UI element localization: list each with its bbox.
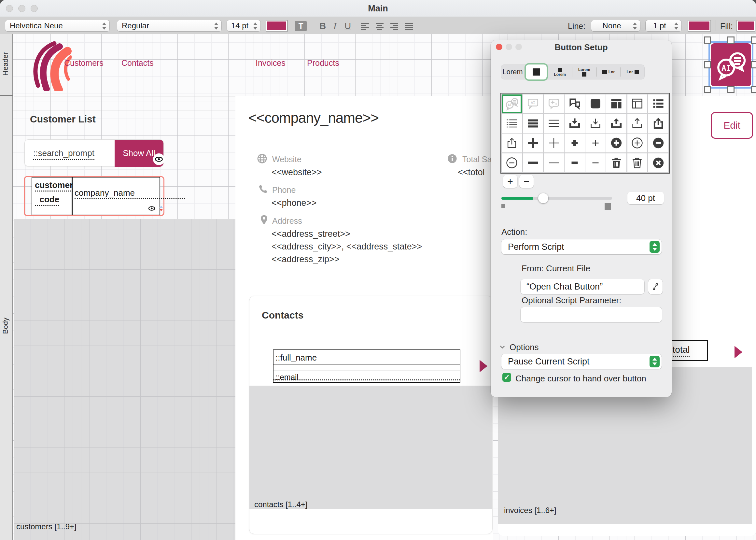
resize-handle-ne[interactable]: [751, 37, 756, 44]
font-family-select[interactable]: Helvetica Neue: [5, 20, 110, 32]
email-row[interactable]: ::email: [273, 372, 460, 382]
layout-canvas[interactable]: Header Body Customers Contacts Invoices …: [0, 34, 756, 540]
nav-products[interactable]: Products: [307, 58, 339, 68]
add-icon-button[interactable]: +: [503, 175, 517, 188]
minus-circle-filled-icon[interactable]: [648, 134, 668, 152]
upload-outline-icon[interactable]: [627, 114, 648, 133]
underline-button[interactable]: U: [345, 21, 351, 31]
total-sales-value[interactable]: <<totol: [458, 167, 485, 178]
customers-portal-rows[interactable]: [14, 219, 235, 540]
button-style-segment-icon-only[interactable]: [524, 65, 548, 79]
chat-bubbles-icon[interactable]: [565, 94, 585, 113]
address-zip-value[interactable]: <<address_zip>>: [271, 254, 340, 264]
script-name-field[interactable]: “Open Chat Button”: [521, 279, 644, 294]
minus-thin-icon[interactable]: [544, 153, 564, 172]
contacts-portal-row[interactable]: ::full_name ::email: [273, 349, 460, 383]
plus-thin-icon[interactable]: [544, 134, 564, 152]
plus-bold-icon[interactable]: [523, 134, 543, 152]
button-style-segment-label-above-icon[interactable]: Lorem: [572, 65, 596, 79]
address-street-value[interactable]: <<address_street>>: [271, 229, 350, 239]
pause-option-select[interactable]: Pause Current Script: [501, 354, 662, 369]
bars-thick-icon[interactable]: [523, 114, 543, 133]
align-right-icon[interactable]: [389, 21, 399, 30]
plus-circle-filled-icon[interactable]: [606, 134, 626, 152]
line-color-swatch[interactable]: [688, 20, 711, 32]
list-bullets-icon[interactable]: [648, 94, 668, 113]
open-chat-button[interactable]: AI: [711, 43, 751, 86]
edit-button[interactable]: Edit: [711, 112, 753, 139]
nav-customers[interactable]: Customers: [64, 58, 104, 68]
full-name-row[interactable]: ::full_name: [273, 350, 460, 364]
resize-handle-n[interactable]: [727, 37, 734, 44]
choose-script-button[interactable]: [648, 279, 663, 294]
customer-code-field-line2[interactable]: _code: [35, 195, 59, 206]
contacts-portal-rows[interactable]: [249, 386, 492, 509]
button-style-segment-label-then-icon[interactable]: Lor: [621, 65, 645, 79]
icon-size-value[interactable]: 40 pt: [627, 192, 664, 204]
go-to-invoice-arrow-icon[interactable]: [734, 346, 742, 358]
plus-circle-outline-icon[interactable]: [627, 134, 648, 152]
hand-cursor-checkbox[interactable]: ✓: [502, 373, 511, 382]
align-center-icon[interactable]: [375, 21, 385, 30]
layout-panels-filled-icon[interactable]: [606, 94, 626, 113]
resize-handle-se[interactable]: [751, 86, 756, 93]
script-parameter-field[interactable]: [521, 307, 662, 322]
download-outline-icon[interactable]: [586, 114, 605, 133]
customer-detail-panel[interactable]: <<company_name>> Website <<website>> Pho…: [235, 96, 493, 540]
align-justify-icon[interactable]: [404, 21, 414, 30]
plus-small-bold-icon[interactable]: [565, 134, 585, 152]
lines-thin-icon[interactable]: [544, 114, 564, 133]
resize-handle-s[interactable]: [727, 86, 734, 93]
company-name-field[interactable]: company_name: [74, 188, 185, 199]
header-part-label[interactable]: Header: [1, 52, 10, 75]
customer-portal-row[interactable]: customer _code company_name: [32, 177, 160, 215]
ai-speech-bubble-icon[interactable]: AI: [523, 94, 543, 113]
plus-small-thin-icon[interactable]: [586, 134, 605, 152]
x-circle-filled-icon[interactable]: [648, 153, 668, 172]
button-style-segmented-control[interactable]: LoremLoremLoremLorLor: [501, 65, 645, 79]
download-filled-icon[interactable]: [565, 114, 585, 133]
resize-handle-e[interactable]: [751, 61, 756, 68]
contacts-panel[interactable]: Contacts ::full_name ::email contacts [1…: [249, 296, 492, 534]
body-part-label[interactable]: Body: [1, 318, 10, 334]
list-dashed-icon[interactable]: [502, 114, 522, 133]
font-style-select[interactable]: Regular: [117, 20, 222, 32]
sparkles-bubble-icon[interactable]: [544, 94, 564, 113]
line-style-select[interactable]: None: [591, 20, 640, 32]
minus-small-thin-icon[interactable]: [586, 153, 605, 172]
layout-panels-outline-icon[interactable]: [627, 94, 648, 113]
action-select[interactable]: Perform Script: [501, 239, 662, 254]
trash-filled-icon[interactable]: [606, 153, 626, 172]
text-color-button[interactable]: T: [295, 21, 307, 31]
remove-icon-button[interactable]: −: [519, 175, 534, 188]
export-box-thin-icon[interactable]: [502, 134, 522, 152]
line-weight-select[interactable]: 1 pt: [645, 20, 682, 32]
text-color-swatch[interactable]: [266, 20, 288, 32]
icon-size-slider[interactable]: [501, 197, 612, 200]
minus-bold-icon[interactable]: [523, 153, 543, 172]
options-label[interactable]: Options: [509, 342, 539, 352]
customer-code-field-line1[interactable]: customer: [35, 180, 73, 192]
minus-small-bold-icon[interactable]: [565, 153, 585, 172]
phone-value[interactable]: <<phone>>: [271, 198, 316, 208]
rounded-square-icon[interactable]: [586, 94, 605, 113]
nav-contacts[interactable]: Contacts: [121, 58, 154, 68]
hand-cursor-checkbox-label[interactable]: Change cursor to hand over button: [515, 373, 646, 384]
company-name-merge-field[interactable]: <<company_name>>: [249, 110, 378, 126]
part-divider[interactable]: [0, 95, 13, 96]
button-style-segment-icon-above-label[interactable]: Lorem: [548, 65, 572, 79]
resize-handle-w[interactable]: [704, 61, 711, 68]
full-name-field[interactable]: ::full_name: [275, 353, 317, 363]
button-icon-grid[interactable]: AIAI: [500, 93, 670, 174]
nav-invoices[interactable]: Invoices: [256, 58, 285, 68]
font-size-select[interactable]: 14 pt: [227, 20, 261, 32]
chevron-down-icon[interactable]: [498, 342, 507, 351]
trash-outline-icon[interactable]: [627, 153, 648, 172]
website-value[interactable]: <<website>>: [271, 167, 322, 178]
fill-color-swatch[interactable]: [736, 20, 755, 32]
export-box-bold-icon[interactable]: [648, 114, 668, 133]
search-field[interactable]: ::search_prompt Show All: [24, 139, 164, 167]
bold-button[interactable]: B: [319, 21, 326, 31]
address-city-state-value[interactable]: <<address_city>>, <<address_state>>: [271, 242, 422, 252]
ai-chat-bubbles-icon[interactable]: AI: [502, 94, 522, 113]
